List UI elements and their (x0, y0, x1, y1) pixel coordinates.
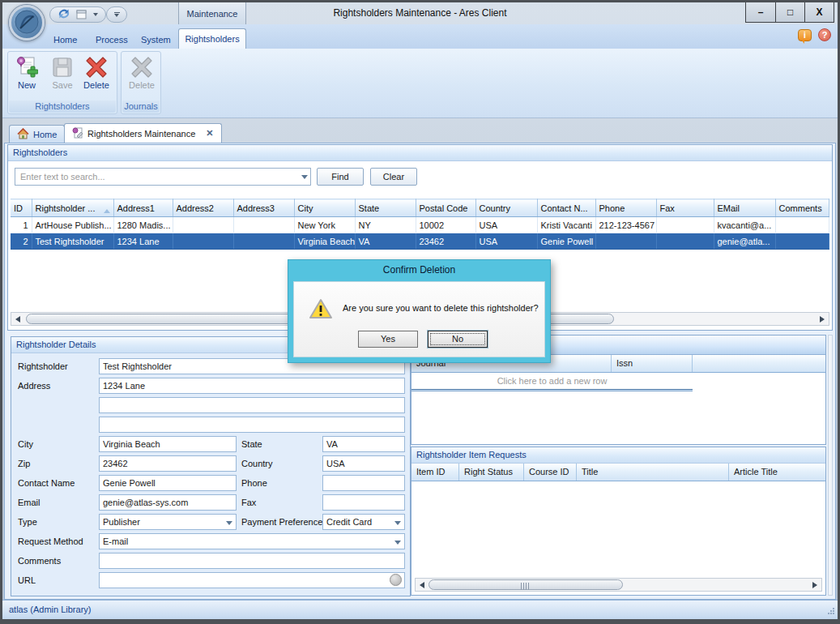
col-rightsholder[interactable]: Rightsholder ... (32, 199, 113, 217)
scroll-right-icon[interactable] (812, 582, 817, 588)
col-comments[interactable]: Comments (775, 199, 829, 217)
col-email[interactable]: EMail (714, 199, 775, 217)
tab-process[interactable]: Process (87, 31, 136, 49)
doc-tab-rightsholders-maintenance[interactable]: Rightsholders Maintenance ✕ (64, 123, 222, 143)
window-controls: – □ X (745, 2, 834, 23)
tab-system[interactable]: System (133, 31, 179, 49)
scrollbar-grip (521, 583, 531, 590)
dialog-title: Confirm Deletion (288, 260, 550, 281)
state-field[interactable] (322, 436, 405, 452)
new-button[interactable]: New (10, 55, 44, 101)
col-fax[interactable]: Fax (656, 199, 714, 217)
address2-field[interactable] (99, 397, 405, 413)
city-field[interactable] (99, 436, 237, 452)
comments-field[interactable] (99, 553, 405, 569)
col-issn[interactable]: Issn (612, 355, 693, 372)
url-field[interactable] (99, 572, 405, 588)
col-item-id[interactable]: Item ID (411, 464, 459, 481)
country-field[interactable] (322, 455, 405, 472)
tab-rightsholders[interactable]: Rightsholders (178, 28, 246, 49)
scroll-left-icon[interactable] (420, 582, 424, 588)
col-id[interactable]: ID (11, 199, 32, 217)
comments-label: Comments (18, 553, 61, 569)
col-title[interactable]: Title (577, 464, 729, 481)
col-country[interactable]: Country (475, 199, 537, 217)
find-button[interactable]: Find (317, 168, 364, 186)
col-blank (693, 355, 825, 372)
application-window: Maintenance Rightsholders Maintenance - … (0, 0, 840, 624)
phone-label: Phone (241, 475, 267, 491)
document-tab-strip: Home Rightsholders Maintenance ✕ (4, 121, 836, 143)
ribbon-tab-row: Home Process System Rightsholders i ? (2, 24, 838, 49)
scroll-left-icon[interactable] (15, 316, 20, 323)
search-dropdown-icon[interactable] (301, 175, 308, 179)
chevron-down-icon (394, 541, 401, 545)
item-requests-horizontal-scrollbar[interactable] (415, 578, 822, 592)
gray-x-icon (130, 56, 153, 79)
yes-button[interactable]: Yes (358, 331, 418, 348)
clear-button[interactable]: Clear (370, 168, 417, 186)
col-city[interactable]: City (294, 199, 355, 217)
sort-ascending-icon (104, 209, 110, 213)
contact-name-field[interactable] (99, 475, 237, 491)
tab-home[interactable]: Home (45, 31, 85, 49)
country-label: Country (241, 455, 273, 472)
request-method-label: Request Method (18, 533, 83, 549)
col-right-status[interactable]: Right Status (459, 464, 524, 481)
ares-bow-logo-icon (13, 8, 41, 37)
ribbon-group-rightsholders: New Save (7, 51, 117, 114)
delete-button-label: Delete (79, 80, 113, 90)
col-state[interactable]: State (355, 199, 416, 217)
add-new-row-hint[interactable]: Click here to add a new row (411, 373, 693, 389)
resize-grip-icon[interactable] (827, 607, 835, 617)
delete-journal-button[interactable]: Delete (125, 55, 159, 101)
col-phone[interactable]: Phone (595, 199, 656, 217)
scroll-right-icon[interactable] (820, 316, 825, 323)
minimize-button[interactable]: – (746, 2, 775, 22)
address3-field[interactable] (99, 417, 405, 433)
info-icon[interactable]: i (798, 29, 812, 41)
col-address3[interactable]: Address3 (233, 199, 294, 217)
col-address2[interactable]: Address2 (173, 199, 233, 217)
tab-close-icon[interactable]: ✕ (206, 128, 213, 139)
request-method-combo[interactable]: E-mail (99, 533, 405, 549)
zip-field[interactable] (99, 455, 237, 472)
scrollbar-thumb[interactable] (429, 579, 623, 590)
no-button[interactable]: No (428, 331, 488, 348)
payment-preference-label: Payment Preference (241, 514, 322, 530)
table-row[interactable]: 1 ArtHouse Publish... 1280 Madis... New … (11, 217, 829, 233)
grid-header-row: ID Rightsholder ... Address1 Address2 Ad… (11, 199, 829, 217)
doc-tab-home[interactable]: Home (9, 125, 65, 143)
phone-field[interactable] (322, 475, 405, 491)
fax-label: Fax (241, 494, 256, 511)
search-input[interactable] (15, 168, 311, 186)
url-go-globe-button[interactable] (390, 574, 402, 586)
table-row-selected[interactable]: 2 Test Rightsholder 1234 Lane Virginia B… (11, 233, 829, 250)
url-label: URL (18, 572, 36, 588)
group-label-rightsholders: Rightsholders (9, 100, 116, 113)
save-button[interactable]: Save (45, 55, 79, 101)
content-area: Rightsholders Find Clear ID Rightsholder… (4, 143, 836, 600)
close-button[interactable]: X (804, 2, 834, 22)
help-icon[interactable]: ? (818, 28, 831, 41)
new-certificate-icon (15, 56, 38, 79)
type-combo[interactable]: Publisher (99, 514, 237, 530)
window-frame: Maintenance Rightsholders Maintenance - … (2, 2, 838, 619)
application-menu-button[interactable] (9, 5, 45, 41)
confirm-deletion-dialog: Confirm Deletion Are you sure you want t… (288, 259, 551, 363)
vertical-scrollbar-track[interactable] (828, 335, 833, 596)
col-contact[interactable]: Contact N... (537, 199, 595, 217)
email-field[interactable] (99, 494, 237, 511)
maximize-button[interactable]: □ (775, 2, 804, 22)
delete-journal-label: Delete (125, 80, 159, 90)
col-address1[interactable]: Address1 (113, 199, 173, 217)
address1-field[interactable] (99, 378, 405, 394)
col-article-title[interactable]: Article Title (729, 464, 825, 481)
delete-rightsholder-button[interactable]: Delete (79, 55, 113, 101)
col-course-id[interactable]: Course ID (524, 464, 577, 481)
certificate-edit-icon (72, 127, 83, 140)
col-postal[interactable]: Postal Code (416, 199, 475, 217)
payment-preference-combo[interactable]: Credit Card (322, 514, 405, 530)
fax-field[interactable] (322, 494, 405, 511)
email-label: Email (18, 494, 41, 511)
